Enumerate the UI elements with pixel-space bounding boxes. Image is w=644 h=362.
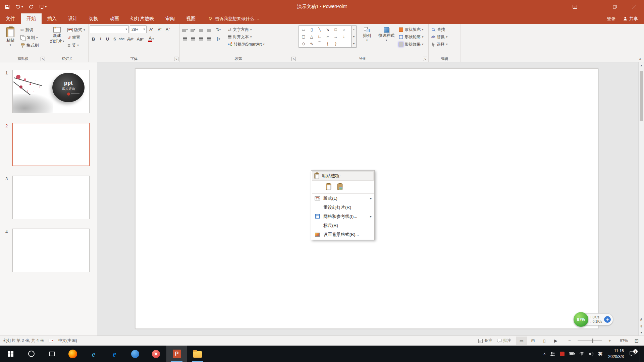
paste-button[interactable]: 粘贴 ▾ bbox=[1, 25, 19, 56]
slide-thumbnail-4[interactable]: 4 bbox=[12, 229, 90, 272]
speed-ball-widget[interactable]: 87% ↑ 0K/s ↓ 0.1K/s + bbox=[574, 312, 613, 327]
collapse-ribbon-button[interactable]: ∧ bbox=[639, 57, 641, 61]
scrollbar-thumb[interactable] bbox=[640, 71, 643, 121]
shape-effects-button[interactable]: 形状效果 ▾ bbox=[397, 41, 425, 48]
taskbar-app-red-circle[interactable] bbox=[146, 346, 166, 362]
slide-1-preview[interactable]: ppt 私人定制 bbox=[12, 70, 90, 113]
align-center-button[interactable] bbox=[189, 35, 197, 43]
redo-button[interactable] bbox=[29, 4, 34, 9]
gallery-scroll-up[interactable]: ▲ bbox=[352, 26, 356, 33]
dropdown-icon[interactable]: ▾ bbox=[10, 44, 11, 47]
taskbar-app-powerpoint[interactable]: P bbox=[166, 346, 187, 362]
new-slide-button[interactable]: 新建 幻灯片 ▾ bbox=[48, 25, 66, 56]
dropdown-icon[interactable]: ▾ bbox=[84, 28, 85, 32]
shape-icon[interactable]: → bbox=[332, 33, 340, 40]
shape-icon[interactable]: } bbox=[332, 40, 340, 47]
tell-me-search[interactable]: 告诉我您想要做什么.... bbox=[204, 13, 263, 24]
arrange-button[interactable]: 排列 ▾ bbox=[359, 25, 375, 56]
spell-check-icon[interactable] bbox=[49, 339, 54, 343]
slide-editing-area[interactable]: 粘贴选项: 版式(L) ▸ 重设幻灯片(R) 网格和参考线(I)... ▸ bbox=[97, 62, 638, 336]
strikethrough-button[interactable]: abc bbox=[118, 35, 125, 43]
align-left-button[interactable] bbox=[181, 35, 189, 43]
slide-thumbnail-2[interactable]: 2 bbox=[12, 123, 90, 166]
slide-2-preview-selected[interactable] bbox=[12, 123, 90, 166]
slide-thumbnail-1[interactable]: 1 ppt 私人定制 bbox=[12, 70, 90, 113]
shape-icon[interactable]: { bbox=[324, 40, 332, 47]
save-button[interactable] bbox=[5, 4, 10, 9]
speed-ball-percent[interactable]: 87% bbox=[574, 312, 588, 327]
grow-font-button[interactable]: A▴ bbox=[148, 26, 155, 33]
cut-button[interactable]: ✂ 剪切 bbox=[19, 26, 40, 34]
customize-quick-access-button[interactable]: ▾ bbox=[39, 4, 47, 9]
bullets-button[interactable]: ▾ bbox=[181, 26, 189, 33]
columns-button[interactable]: ∥▾ bbox=[213, 35, 223, 43]
bold-button[interactable]: B bbox=[90, 35, 97, 43]
slide-3-preview[interactable] bbox=[12, 176, 90, 219]
slide-4-preview[interactable] bbox=[12, 229, 90, 272]
slide-counter[interactable]: 幻灯片 第 2 张, 共 4 张 bbox=[3, 338, 44, 344]
tab-review[interactable]: 审阅 bbox=[160, 13, 180, 24]
shape-icon[interactable]: △ bbox=[308, 33, 316, 40]
italic-button[interactable]: I bbox=[97, 35, 104, 43]
zoom-percentage[interactable]: 87% bbox=[618, 339, 628, 343]
shape-icon[interactable]: ◇ bbox=[300, 40, 308, 47]
numbering-button[interactable]: ▾ bbox=[189, 26, 197, 33]
character-spacing-button[interactable]: AV▾ bbox=[125, 35, 135, 43]
tab-insert[interactable]: 插入 bbox=[42, 13, 62, 24]
shape-icon[interactable]: ↓ bbox=[340, 33, 348, 40]
increase-indent-button[interactable] bbox=[205, 26, 213, 33]
taskbar-app-blue-circle[interactable] bbox=[125, 346, 146, 362]
notes-toggle[interactable]: 备注 bbox=[478, 338, 492, 344]
decrease-indent-button[interactable] bbox=[197, 26, 205, 33]
zoom-out-button[interactable]: − bbox=[566, 337, 573, 345]
align-text-button[interactable]: 对齐文本 ▾ bbox=[227, 33, 266, 41]
tab-view[interactable]: 视图 bbox=[180, 13, 201, 24]
menu-item-layout[interactable]: 版式(L) ▸ bbox=[312, 194, 374, 203]
shape-outline-button[interactable]: 形状轮廓 ▾ bbox=[397, 33, 425, 41]
restore-button[interactable] bbox=[605, 0, 625, 13]
underline-button[interactable]: U bbox=[104, 35, 111, 43]
paste-keep-source-button[interactable] bbox=[324, 182, 333, 191]
ribbon-display-options-button[interactable] bbox=[568, 0, 582, 13]
format-painter-button[interactable]: 格式刷 bbox=[19, 42, 40, 49]
convert-smartart-button[interactable]: 转换为SmartArt ▾ bbox=[227, 41, 266, 48]
dropdown-icon[interactable]: ▾ bbox=[125, 28, 127, 31]
line-spacing-button[interactable]: ⇅▾ bbox=[213, 26, 223, 33]
dropdown-icon[interactable]: ▾ bbox=[77, 44, 79, 47]
font-color-button[interactable]: A ▾ bbox=[145, 35, 157, 43]
taskbar-app-internet-explorer[interactable]: e bbox=[83, 346, 104, 362]
dropdown-icon[interactable]: ▾ bbox=[21, 5, 23, 8]
share-button[interactable]: 共享 bbox=[623, 16, 638, 22]
speed-ball-add-button[interactable]: + bbox=[604, 316, 611, 323]
font-size-combo[interactable]: 28+ ▾ bbox=[130, 25, 147, 33]
paste-as-picture-button[interactable] bbox=[335, 182, 344, 191]
reading-view-button[interactable]: ▯ bbox=[539, 337, 550, 345]
shape-icon[interactable]: ↘ bbox=[324, 26, 332, 33]
dropdown-icon[interactable]: ▾ bbox=[45, 5, 47, 8]
scroll-up-button[interactable]: ▲ bbox=[639, 62, 644, 68]
shape-icon[interactable]: ∟ bbox=[316, 33, 324, 40]
minimize-button[interactable] bbox=[586, 0, 605, 13]
shape-icon[interactable]: ○ bbox=[340, 26, 348, 33]
zoom-in-button[interactable]: + bbox=[606, 337, 613, 345]
tab-home[interactable]: 开始 bbox=[21, 13, 42, 24]
replace-button[interactable]: ab 替换 ▾ bbox=[430, 33, 459, 41]
shape-gallery[interactable]: ▭ ▯ ╲ ↘ □ ○ ▢ △ ∟ ⌐ → bbox=[299, 25, 352, 48]
next-slide-button[interactable]: ≫ bbox=[639, 323, 644, 329]
shape-icon[interactable]: ▯ bbox=[308, 26, 316, 33]
shape-icon[interactable]: ╲ bbox=[316, 26, 324, 33]
tab-transitions[interactable]: 切换 bbox=[83, 13, 104, 24]
text-direction-button[interactable]: ⇄ 文字方向 ▾ bbox=[227, 26, 266, 33]
vertical-scrollbar[interactable]: ▲ ≪ ≫ ▼ bbox=[638, 62, 644, 336]
gallery-scroll-down[interactable]: ▼ bbox=[352, 33, 356, 40]
zoom-slider-thumb[interactable] bbox=[592, 339, 593, 343]
battery-icon[interactable] bbox=[569, 352, 575, 356]
volume-icon[interactable] bbox=[589, 352, 594, 356]
find-button[interactable]: 查找 bbox=[430, 26, 459, 33]
font-dialog-launcher[interactable]: ↘ bbox=[174, 57, 178, 61]
justify-button[interactable] bbox=[205, 35, 213, 43]
zoom-slider[interactable] bbox=[578, 341, 602, 341]
select-button[interactable]: 选择 ▾ bbox=[430, 41, 459, 48]
change-case-button[interactable]: Aa▾ bbox=[135, 35, 145, 43]
taskbar-app-file-explorer[interactable] bbox=[187, 346, 208, 362]
